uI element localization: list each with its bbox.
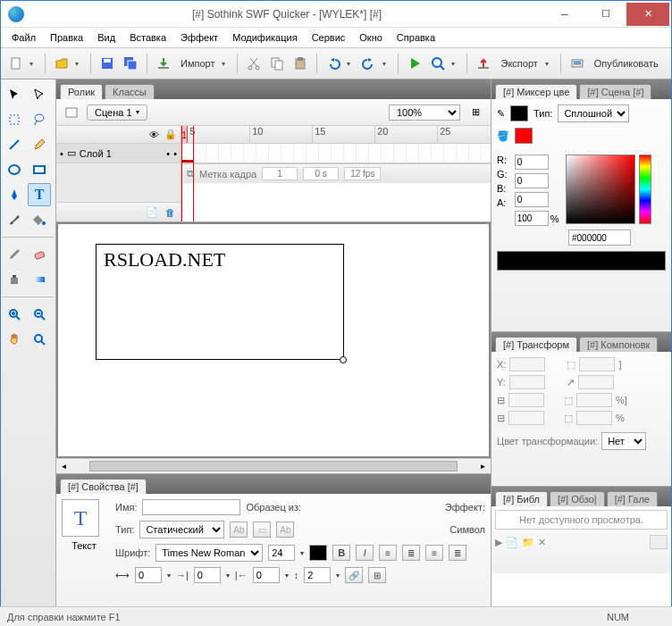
layer-row[interactable]: •▭Слой 1••	[56, 144, 181, 163]
menu-modify[interactable]: Модификация	[225, 29, 305, 46]
frames-row[interactable]	[181, 144, 491, 163]
h-input[interactable]	[578, 375, 614, 389]
spacing4-input[interactable]	[304, 567, 331, 583]
menu-help[interactable]: Справка	[390, 29, 442, 46]
menu-insert[interactable]: Вставка	[122, 29, 173, 46]
sw-input[interactable]	[508, 393, 544, 407]
export-icon[interactable]	[474, 54, 493, 73]
align-btn1[interactable]: Ab	[230, 522, 248, 538]
gradient-tool[interactable]	[28, 268, 51, 291]
menu-edit[interactable]: Правка	[43, 29, 90, 46]
hand-tool[interactable]	[3, 328, 26, 351]
fill-swatch[interactable]	[515, 128, 533, 144]
italic-button[interactable]: I	[356, 545, 374, 561]
b-input[interactable]	[515, 192, 549, 207]
menu-view[interactable]: Вид	[90, 29, 122, 46]
cut-button[interactable]	[244, 54, 264, 73]
add-layer-icon[interactable]: 📄	[146, 206, 158, 218]
selection-tool[interactable]	[3, 83, 26, 106]
r-input[interactable]	[515, 154, 549, 170]
preview-dropdown[interactable]: ▾	[451, 60, 460, 68]
paint-bucket-tool[interactable]	[28, 208, 51, 231]
eraser-tool[interactable]	[28, 243, 51, 266]
hex-input[interactable]	[568, 230, 631, 246]
align-left[interactable]: ≡	[379, 545, 397, 561]
font-select[interactable]: Times New Roman	[155, 544, 263, 562]
link-icon[interactable]: 🔗	[345, 567, 363, 583]
text-object[interactable]: RSLOAD.NET	[96, 244, 344, 360]
undo-button[interactable]	[323, 54, 343, 73]
magnifier-tool[interactable]	[28, 328, 51, 351]
transform-tool[interactable]	[3, 108, 26, 131]
spacing2-input[interactable]	[194, 567, 221, 583]
lasso-tool[interactable]	[28, 108, 51, 131]
play-button[interactable]	[405, 54, 424, 73]
stroke-swatch[interactable]	[510, 105, 528, 121]
text-tool[interactable]: T	[28, 183, 51, 206]
font-size-input[interactable]	[268, 545, 295, 561]
new-button[interactable]	[6, 54, 26, 73]
scene-icon[interactable]	[62, 103, 81, 122]
publish-button[interactable]: Опубликовать	[591, 58, 662, 69]
zoom-out-tool[interactable]	[28, 303, 51, 326]
minimize-button[interactable]: ─	[544, 3, 585, 26]
a-input[interactable]	[515, 211, 549, 226]
sx-input[interactable]	[576, 393, 612, 407]
tab-mixer[interactable]: [#] Миксер цве	[495, 84, 577, 99]
subselection-tool[interactable]	[28, 83, 51, 106]
redo-dropdown[interactable]: ▾	[382, 60, 391, 68]
align-justify[interactable]: ≣	[449, 545, 466, 561]
w-input[interactable]	[579, 357, 615, 371]
tab-library[interactable]: [#] Библ	[495, 491, 548, 506]
name-input[interactable]	[142, 499, 240, 515]
g-input[interactable]	[515, 173, 549, 188]
close-button[interactable]: ✕	[626, 3, 669, 26]
sy-input[interactable]	[576, 411, 612, 425]
ink-bottle-tool[interactable]	[3, 268, 26, 291]
type-select[interactable]: Статический	[139, 521, 224, 538]
tab-properties[interactable]: [#] Свойства [#]	[60, 479, 147, 494]
preview-button[interactable]	[428, 54, 448, 73]
lib-view-icon[interactable]	[650, 535, 668, 549]
undo-dropdown[interactable]: ▾	[347, 60, 356, 68]
pen-tool[interactable]	[3, 183, 26, 206]
import-button[interactable]: Импорт	[177, 58, 218, 69]
import-dropdown[interactable]: ▾	[222, 60, 231, 68]
stage[interactable]: RSLOAD.NET	[58, 224, 489, 456]
tab-transform[interactable]: [#] Трансформ	[495, 337, 577, 352]
timeline-menu-icon[interactable]: ⊞	[466, 103, 485, 122]
char-icon[interactable]: ⊞	[368, 567, 386, 583]
delete-layer-icon[interactable]: 🗑	[165, 207, 175, 218]
menu-service[interactable]: Сервис	[305, 29, 353, 46]
paste-button[interactable]	[290, 54, 310, 73]
hue-slider[interactable]	[639, 154, 651, 224]
tab-classes[interactable]: Классы	[105, 84, 155, 99]
onion-skin-icon[interactable]: ⧉	[187, 168, 194, 179]
frame-1-header[interactable]: 1	[181, 126, 188, 143]
menu-effect[interactable]: Эффект	[173, 29, 225, 46]
new-dropdown[interactable]: ▾	[29, 60, 38, 68]
spacing3-input[interactable]	[253, 567, 280, 583]
zoom-select[interactable]: 100%	[389, 104, 460, 121]
maximize-button[interactable]: ☐	[585, 3, 626, 26]
save-all-button[interactable]	[121, 54, 140, 73]
tab-scene[interactable]: [#] Сцена [#]	[579, 84, 651, 99]
horizontal-scrollbar[interactable]: ◄►	[56, 458, 491, 473]
line-tool[interactable]	[3, 133, 26, 156]
tab-gallery[interactable]: [#] Гале	[607, 491, 658, 506]
align-center[interactable]: ≣	[402, 545, 420, 561]
pencil-tool[interactable]	[28, 133, 51, 156]
align-btn2[interactable]: ▭	[253, 522, 271, 538]
menu-window[interactable]: Окно	[352, 29, 390, 46]
color-picker[interactable]	[566, 154, 635, 224]
resize-handle[interactable]	[340, 356, 347, 363]
open-dropdown[interactable]: ▾	[75, 60, 84, 68]
color-swatch[interactable]	[309, 545, 327, 561]
lock-icon[interactable]: 🔒	[164, 129, 177, 140]
oval-tool[interactable]	[3, 158, 26, 181]
rect-tool[interactable]	[28, 158, 51, 181]
new-symbol-icon[interactable]: 📄	[506, 537, 518, 548]
export-button[interactable]: Экспорт	[497, 58, 541, 69]
y-input[interactable]	[509, 375, 545, 389]
tab-overview[interactable]: [#] Обзо|	[550, 491, 605, 506]
